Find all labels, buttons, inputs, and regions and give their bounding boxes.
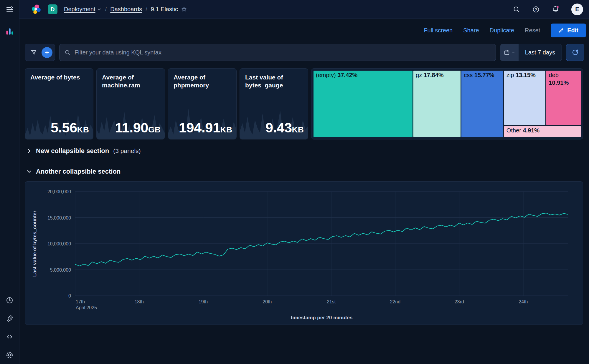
slice-label: css bbox=[464, 72, 473, 78]
breadcrumb-dashboards-label: Dashboards bbox=[110, 6, 142, 13]
expanded-section-header[interactable]: Another collapsible section bbox=[19, 167, 589, 176]
filter-controls-group bbox=[25, 44, 55, 61]
treemap-slice-zip[interactable]: zip 13.15% bbox=[504, 71, 546, 125]
refresh-button[interactable] bbox=[566, 44, 584, 61]
slice-percent: 10.91% bbox=[549, 79, 569, 86]
chevron-down-icon bbox=[512, 51, 515, 54]
svg-text:20,000,000: 20,000,000 bbox=[47, 189, 71, 194]
metric-number: 5.56 bbox=[51, 120, 77, 135]
section-panel-count: (3 panels) bbox=[113, 147, 141, 154]
kql-search-input[interactable] bbox=[75, 49, 491, 56]
sidebar-item-dev-tools[interactable] bbox=[4, 330, 16, 343]
svg-text:22nd: 22nd bbox=[390, 299, 401, 304]
treemap-slice-other[interactable]: Other 4.91% bbox=[504, 126, 581, 137]
edit-button-label: Edit bbox=[567, 27, 578, 34]
edit-button[interactable]: Edit bbox=[551, 24, 586, 37]
treemap-chart: (empty) 37.42% gz 17.84% css 15.77% zip … bbox=[314, 71, 581, 137]
pencil-icon bbox=[558, 27, 564, 33]
svg-text:5,000,000: 5,000,000 bbox=[50, 267, 71, 272]
sidebar-item-analytics[interactable] bbox=[4, 25, 16, 38]
rocket-icon bbox=[6, 315, 14, 323]
top-header-bar: D Deployment / Dashboards / 9.1 Elastic bbox=[0, 0, 589, 19]
svg-text:0: 0 bbox=[68, 293, 71, 298]
kibana-dashboard-app: D Deployment / Dashboards / 9.1 Elastic bbox=[0, 0, 589, 364]
user-avatar[interactable]: E bbox=[571, 4, 583, 15]
header-right-group: ? E bbox=[511, 4, 589, 15]
duplicate-button[interactable]: Duplicate bbox=[490, 27, 514, 34]
slice-label: deb bbox=[549, 72, 558, 78]
breadcrumb-deployment[interactable]: Deployment bbox=[64, 6, 102, 13]
time-range-label[interactable]: Last 7 days bbox=[519, 44, 562, 61]
svg-text:21st: 21st bbox=[327, 299, 336, 304]
slice-percent: 15.77% bbox=[474, 72, 494, 78]
share-button[interactable]: Share bbox=[463, 27, 479, 34]
treemap-slice-gz[interactable]: gz 17.84% bbox=[413, 71, 461, 137]
header-left-group: D Deployment / Dashboards / 9.1 Elastic bbox=[19, 4, 187, 15]
deployment-badge[interactable]: D bbox=[48, 4, 57, 14]
notifications-button[interactable] bbox=[550, 4, 561, 15]
svg-text:24th: 24th bbox=[519, 299, 528, 304]
metric-number: 9.43 bbox=[265, 120, 292, 135]
treemap-column: zip 13.15% deb 10.91% Other 4.91% bbox=[504, 71, 581, 137]
plus-icon bbox=[44, 50, 50, 55]
line-chart-panel: 05,000,00010,000,00015,000,00020,000,000… bbox=[25, 181, 583, 325]
breadcrumb-dashboards[interactable]: Dashboards bbox=[110, 6, 142, 13]
reset-button[interactable]: Reset bbox=[525, 27, 540, 34]
treemap-slice-css[interactable]: css 15.77% bbox=[461, 71, 503, 137]
chevron-down-icon bbox=[97, 7, 102, 12]
search-icon bbox=[513, 6, 520, 13]
sidebar-item-management[interactable] bbox=[4, 349, 16, 361]
slice-percent: 13.15% bbox=[516, 72, 536, 78]
slice-percent: 4.91% bbox=[523, 127, 539, 134]
treemap-slice-empty[interactable]: (empty) 37.42% bbox=[314, 71, 413, 137]
metric-unit: KB bbox=[220, 125, 232, 134]
filters-button[interactable] bbox=[27, 46, 40, 59]
svg-text:23rd: 23rd bbox=[455, 299, 464, 304]
nav-toggle-button[interactable] bbox=[0, 0, 19, 19]
dashboard-content: Full screen Share Duplicate Reset Edit bbox=[19, 19, 589, 364]
metric-panel-last-bytes-gauge: Last value of bytes_gauge 9.43KB bbox=[240, 68, 308, 139]
full-screen-button[interactable]: Full screen bbox=[424, 27, 453, 34]
treemap-subrow: zip 13.15% deb 10.91% bbox=[504, 71, 581, 125]
refresh-icon bbox=[572, 49, 579, 56]
svg-text:timestamp per 20 minutes: timestamp per 20 minutes bbox=[291, 315, 353, 320]
help-icon: ? bbox=[532, 6, 540, 13]
collapsed-section-header[interactable]: New collapsible section (3 panels) bbox=[19, 147, 589, 155]
notifications-bell-icon bbox=[552, 5, 560, 13]
settings-gear-icon bbox=[6, 351, 14, 359]
svg-text:April 2025: April 2025 bbox=[76, 305, 97, 310]
metric-unit: KB bbox=[292, 125, 304, 134]
sidebar-item-recents[interactable] bbox=[4, 294, 16, 306]
metric-number: 194.91 bbox=[179, 120, 220, 135]
line-chart[interactable]: 05,000,00010,000,00015,000,00020,000,000… bbox=[25, 182, 583, 325]
sidebar-item-getting-started[interactable] bbox=[4, 312, 16, 325]
metric-panel-average-machine-ram: Average of machine.ram 11.90GB bbox=[96, 68, 165, 139]
filter-funnel-icon bbox=[30, 49, 37, 56]
metric-value: 194.91KB bbox=[179, 119, 232, 136]
svg-text:20th: 20th bbox=[263, 299, 272, 304]
breadcrumb-separator: / bbox=[146, 6, 147, 13]
time-picker-calendar-button[interactable] bbox=[500, 44, 519, 61]
breadcrumb: Deployment / Dashboards / 9.1 Elastic bbox=[64, 6, 187, 13]
add-filter-button[interactable] bbox=[42, 47, 52, 58]
breadcrumb-separator: / bbox=[105, 6, 107, 13]
treemap-slice-deb[interactable]: deb 10.91% bbox=[546, 71, 581, 125]
chevron-right-icon bbox=[27, 148, 32, 154]
section-title: New collapsible section bbox=[36, 147, 109, 155]
elastic-logo[interactable] bbox=[31, 4, 41, 15]
code-icon bbox=[6, 333, 14, 341]
svg-text:15,000,000: 15,000,000 bbox=[47, 215, 71, 220]
breadcrumb-current-page: 9.1 Elastic bbox=[151, 6, 187, 13]
slice-percent: 37.42% bbox=[337, 72, 357, 78]
clock-icon bbox=[6, 296, 14, 304]
metric-title: Last value of bytes_gauge bbox=[240, 69, 308, 89]
favorite-star-icon[interactable] bbox=[181, 6, 187, 12]
metric-unit: KB bbox=[77, 125, 89, 134]
help-button[interactable]: ? bbox=[531, 4, 541, 15]
metric-value: 5.56KB bbox=[51, 119, 89, 136]
metric-title: Average of phpmemory bbox=[168, 69, 236, 89]
kql-search-box[interactable] bbox=[59, 44, 496, 61]
global-search-button[interactable] bbox=[511, 4, 522, 15]
svg-text:19th: 19th bbox=[199, 299, 208, 304]
slice-label: (empty) bbox=[316, 72, 336, 78]
